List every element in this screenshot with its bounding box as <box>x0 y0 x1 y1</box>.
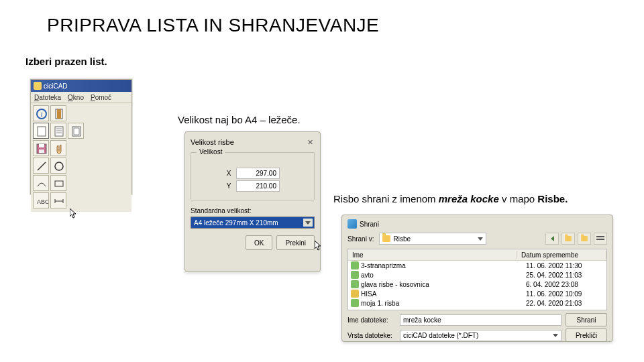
list-item[interactable]: glava risbe - kosovnica6. 04. 2002 23:08 <box>348 280 606 289</box>
file-name: glava risbe - kosovnica <box>361 281 526 288</box>
tool-rect-icon[interactable] <box>50 175 66 191</box>
svg-rect-21 <box>596 236 604 237</box>
file-date: 6. 04. 2002 23:08 <box>526 281 606 288</box>
folder-icon <box>382 235 390 242</box>
svg-text:ABC: ABC <box>37 198 48 205</box>
tool-text-icon[interactable]: ABC <box>33 192 49 208</box>
file-list: Ime Datum spremembe 3-stranaprizma11. 06… <box>347 249 607 310</box>
instruction-3: Risbo shrani z imenom mreža kocke v mapo… <box>333 193 568 204</box>
list-item[interactable]: 3-stranaprizma11. 06. 2002 11:30 <box>348 261 606 270</box>
cancel-button[interactable]: Prekini <box>276 235 315 250</box>
instruction-1: Izberi prazen list. <box>25 56 107 67</box>
ok-button[interactable]: OK <box>246 235 272 250</box>
standard-size-select[interactable]: A4 ležeče 297mm X 210mm <box>191 217 315 229</box>
svg-line-14 <box>38 162 46 170</box>
tool-line-icon[interactable] <box>33 158 49 174</box>
tool-page-lines-icon[interactable] <box>50 123 66 139</box>
svg-rect-13 <box>39 149 44 153</box>
size-group: Velikost X 297.00 Y 210.00 <box>191 152 315 200</box>
screenshot-size-dialog: Velikost risbe ✕ Velikost X 297.00 Y 210… <box>184 131 321 272</box>
file-icon <box>351 290 359 298</box>
instr3-a: Risbo shrani z imenom <box>333 193 439 204</box>
filetype-value: ciciCAD datoteke (*.DFT) <box>403 332 478 339</box>
svg-rect-12 <box>39 144 44 147</box>
tool-circle-icon[interactable] <box>50 158 66 174</box>
up-folder-icon[interactable] <box>561 233 575 245</box>
svg-point-15 <box>55 162 63 170</box>
save-in-label: Shrani v: <box>347 235 374 243</box>
instr3-em: mreža kocke <box>439 193 499 204</box>
group-label: Velikost <box>197 148 225 156</box>
filename-label: Ime datoteke: <box>347 316 396 324</box>
new-folder-icon[interactable] <box>578 233 591 245</box>
list-header: Ime Datum spremembe <box>348 249 606 261</box>
chevron-down-icon <box>553 334 558 337</box>
app-icon <box>34 82 42 90</box>
save-in-select[interactable]: Risbe <box>379 233 486 245</box>
file-name: 3-stranaprizma <box>361 262 526 269</box>
dialog-title: Velikost risbe <box>191 138 234 146</box>
standard-size-label: Standardna velikost: <box>191 207 315 215</box>
instr3-c: Risbe. <box>537 193 568 204</box>
instr3-b: v mapo <box>499 193 538 204</box>
x-label: X <box>225 170 232 177</box>
file-icon <box>351 299 359 307</box>
back-icon[interactable] <box>545 233 559 245</box>
tool-door-icon[interactable] <box>50 105 66 121</box>
col-date[interactable]: Datum spremembe <box>517 251 606 259</box>
svg-rect-3 <box>57 109 61 119</box>
tool-page-frame-icon[interactable] <box>68 123 84 139</box>
tool-floppy-icon[interactable] <box>33 140 49 156</box>
tool-hand-icon[interactable] <box>50 140 66 156</box>
standard-size-section: Standardna velikost: A4 ležeče 297mm X 2… <box>191 207 315 229</box>
instruction-2: Velikost naj bo A4 – ležeče. <box>178 114 301 125</box>
y-label: Y <box>225 182 232 190</box>
svg-rect-4 <box>38 127 46 136</box>
cad-toolbar: i ABC <box>31 103 131 212</box>
tool-draw1-icon[interactable] <box>33 175 49 191</box>
list-item[interactable]: avto25. 04. 2002 11:03 <box>348 270 606 280</box>
file-name: HISA <box>361 290 526 298</box>
file-name: moja 1. risba <box>361 300 526 307</box>
chevron-down-icon <box>303 219 313 227</box>
file-date: 25. 04. 2002 11:03 <box>526 272 606 279</box>
x-value[interactable]: 297.00 <box>236 168 280 179</box>
chevron-down-icon <box>478 237 483 241</box>
menu-file[interactable]: DDatotekaatoteka <box>34 94 61 101</box>
y-value[interactable]: 210.00 <box>236 180 280 192</box>
file-date: 11. 06. 2002 10:09 <box>526 290 606 298</box>
filename-input[interactable]: mreža kocke <box>400 314 561 326</box>
screenshot-cad-window: ciciCAD DDatotekaatoteka Okno Pomoč i <box>30 79 132 194</box>
file-icon <box>351 280 359 288</box>
list-item[interactable]: HISA11. 06. 2002 10:09 <box>348 289 606 298</box>
svg-rect-16 <box>55 181 63 186</box>
cad-menubar: DDatotekaatoteka Okno Pomoč <box>31 92 131 103</box>
save-button[interactable]: Shrani <box>566 313 607 326</box>
file-date: 11. 06. 2002 11:30 <box>526 262 606 269</box>
col-name[interactable]: Ime <box>348 251 517 259</box>
app-title: ciciCAD <box>44 82 68 90</box>
svg-text:i: i <box>40 110 42 118</box>
menu-help[interactable]: Pomoč <box>91 94 111 101</box>
close-icon[interactable]: ✕ <box>305 137 315 147</box>
cursor-icon <box>70 208 78 219</box>
cad-titlebar: ciciCAD <box>31 80 131 92</box>
filetype-label: Vrsta datoteke: <box>347 332 396 339</box>
screenshot-save-dialog: Shrani Shrani v: Risbe Ime Datum spremem… <box>341 215 613 342</box>
view-menu-icon[interactable] <box>594 233 607 245</box>
tool-info-icon[interactable]: i <box>33 105 49 121</box>
tool-new-page-icon[interactable] <box>33 123 49 139</box>
save-dialog-title: Shrani <box>360 221 379 228</box>
save-dialog-icon <box>347 219 357 229</box>
svg-rect-5 <box>55 127 63 136</box>
file-icon <box>351 261 359 269</box>
list-item[interactable]: moja 1. risba22. 04. 2020 21:03 <box>348 298 606 308</box>
file-name: avto <box>361 272 526 279</box>
save-in-value: Risbe <box>393 235 411 243</box>
nav-icons <box>545 233 607 245</box>
tool-dimension-icon[interactable] <box>50 192 66 208</box>
menu-window[interactable]: Okno <box>68 94 84 101</box>
slide: PRIPRAVA LISTA IN SHRANJEVANJE Izberi pr… <box>0 0 644 362</box>
filetype-select[interactable]: ciciCAD datoteke (*.DFT) <box>400 330 561 341</box>
cancel-button[interactable]: Prekliči <box>566 328 607 342</box>
